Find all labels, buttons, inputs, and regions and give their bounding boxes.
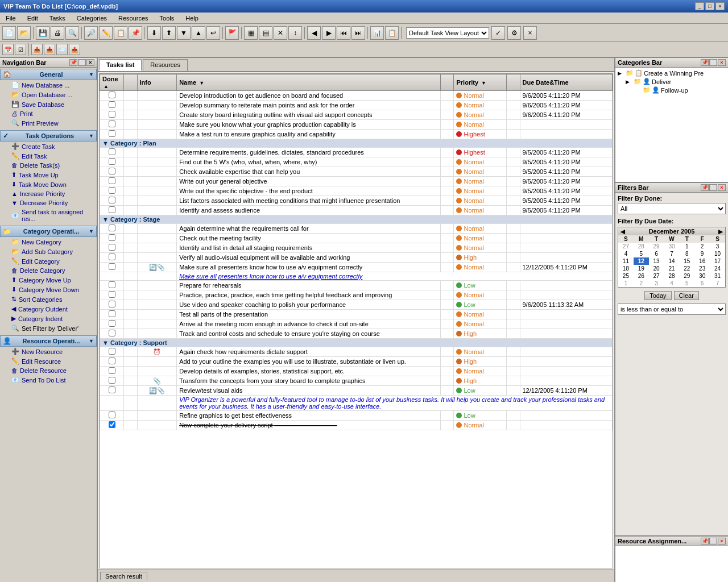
done-checkbox[interactable] [109, 120, 115, 127]
cal-day-cell[interactable]: 12 [634, 257, 649, 265]
done-checkbox[interactable] [109, 177, 115, 184]
nav-task-move-down[interactable]: ⬇Task Move Down [0, 180, 97, 189]
done-checkbox[interactable] [109, 310, 115, 317]
col-name[interactable]: Name ▼ [177, 74, 441, 91]
cat-bar-float[interactable]: ⬜ [709, 59, 717, 66]
cal-day-cell[interactable]: 3 [710, 243, 725, 250]
move-down-btn[interactable]: ⬇ [147, 26, 161, 40]
done-cell[interactable] [100, 186, 124, 196]
nav1-btn[interactable]: ◀ [307, 26, 321, 40]
cal-day-cell[interactable]: 22 [679, 265, 694, 272]
cat-collapse-icon[interactable]: ▼ [102, 339, 109, 346]
filter-bar-close[interactable]: × [718, 184, 726, 191]
move-down2-btn[interactable]: ▼ [177, 26, 191, 40]
done-cell[interactable] [100, 253, 124, 263]
done-checkbox[interactable] [109, 253, 115, 260]
done-checkbox[interactable] [109, 291, 115, 298]
done-cell[interactable] [100, 367, 124, 376]
done-cell[interactable] [100, 120, 124, 130]
done-cell[interactable] [100, 157, 124, 167]
cal-day-cell[interactable]: 5 [634, 250, 649, 257]
tree-root[interactable]: ▶ 📁 📋 Create a Winning Pre [617, 69, 727, 77]
search-result-tab[interactable]: Search result [100, 572, 147, 580]
done-cell[interactable] [100, 101, 124, 110]
nav-new-database[interactable]: 📄New Database ... [0, 80, 97, 90]
cal-day-cell[interactable]: 7 [664, 250, 680, 257]
cal-day-cell[interactable]: 21 [664, 265, 680, 272]
done-cell[interactable] [100, 224, 124, 234]
nav-cat-move-down[interactable]: ⬇Category Move Down [0, 285, 97, 294]
menu-edit[interactable]: Edit [24, 14, 42, 22]
done-cell[interactable] [100, 148, 124, 157]
link-text[interactable]: Make sure all presenters know how to use… [177, 272, 613, 281]
res-panel-float[interactable]: ⬜ [709, 538, 717, 544]
tree-deliver[interactable]: ▶ 📁 👤 Deliver [617, 77, 727, 86]
grid1-btn[interactable]: ▦ [244, 26, 258, 40]
view2-btn[interactable]: 📋 [385, 26, 399, 40]
nav-increase-priority[interactable]: ▲Increase Priority [0, 189, 97, 198]
nav-decrease-priority[interactable]: ▼Decrease Priority [0, 198, 97, 207]
done-checkbox[interactable] [109, 330, 115, 336]
cal-day-cell[interactable]: 6 [649, 250, 664, 257]
maximize-button[interactable]: □ [705, 2, 714, 10]
done-checkbox[interactable] [109, 411, 115, 418]
nav-open-database[interactable]: 📂Open Database ... [0, 90, 97, 99]
cal-day-cell[interactable]: 4 [618, 250, 634, 257]
done-checkbox[interactable] [109, 281, 115, 288]
cal-day-cell[interactable]: 27 [649, 272, 664, 280]
cat-collapse-icon[interactable]: ▼ [102, 216, 109, 223]
done-checkbox[interactable] [109, 244, 115, 251]
filter-bar-pin[interactable]: 📌 [701, 184, 709, 191]
done-checkbox[interactable] [109, 111, 115, 118]
nav-send-todo[interactable]: 📧Send To Do List [0, 375, 97, 385]
minimize-button[interactable]: _ [695, 2, 704, 10]
nav-delete-resource[interactable]: 🗑Delete Resource [0, 366, 97, 375]
nav-print[interactable]: 🖨Print [0, 109, 97, 118]
done-cell[interactable] [100, 310, 124, 319]
nav-set-filter[interactable]: 🔍Set Filter by 'Deliver' [0, 323, 97, 333]
view1-btn[interactable]: 📊 [370, 26, 384, 40]
open-btn[interactable]: 📂 [17, 26, 31, 40]
cal-day-cell[interactable]: 27 [618, 243, 634, 250]
menu-help[interactable]: Help [182, 14, 202, 22]
menu-resources[interactable]: Resources [115, 14, 152, 22]
cal-day-cell[interactable]: 2 [634, 280, 649, 287]
cal-day-cell[interactable]: 10 [710, 250, 725, 257]
nav-delete-category[interactable]: 🗑Delete Category [0, 266, 97, 275]
clear-button[interactable]: Clear [674, 291, 699, 300]
res-ops-header[interactable]: 👤 Resource Operati... ▼ [0, 335, 97, 347]
nav3-btn[interactable]: ⏮ [337, 26, 350, 40]
done-checkbox[interactable] [109, 187, 115, 194]
filter-condition-select[interactable]: is less than or equal to is equal to is … [618, 304, 726, 315]
col-info[interactable]: Info [137, 74, 177, 91]
cal-day-cell[interactable]: 24 [710, 265, 725, 272]
cal-day-cell[interactable]: 28 [664, 272, 680, 280]
nav-cat-indent[interactable]: ▶Category Indent [0, 314, 97, 323]
cal-day-cell[interactable]: 30 [664, 243, 680, 250]
cat-ops-header[interactable]: 📁 Category Operati... ▼ [0, 226, 97, 237]
cal-day-cell[interactable]: 30 [694, 272, 710, 280]
move-up2-btn[interactable]: ▲ [192, 26, 205, 40]
done-checkbox[interactable] [109, 92, 115, 98]
t2-btn6[interactable]: 📤 [69, 44, 80, 55]
cal-day-cell[interactable]: 9 [694, 250, 710, 257]
cat-collapse-icon[interactable]: ▼ [102, 140, 109, 147]
done-checkbox[interactable] [109, 197, 115, 203]
nav2-btn[interactable]: ▶ [322, 26, 336, 40]
done-checkbox[interactable] [109, 130, 115, 137]
cal-day-cell[interactable]: 31 [710, 272, 725, 280]
layout-config-btn[interactable]: ⚙ [507, 26, 521, 40]
resource-panel-controls[interactable]: 📌 ⬜ × [701, 538, 726, 544]
cal-day-cell[interactable]: 25 [618, 272, 634, 280]
cal-day-cell[interactable]: 3 [649, 280, 664, 287]
layout-apply-btn[interactable]: ✓ [491, 26, 505, 40]
grid2-btn[interactable]: ▤ [259, 26, 272, 40]
done-checkbox[interactable] [109, 101, 115, 108]
done-cell[interactable] [100, 386, 124, 396]
cal-day-cell[interactable]: 19 [634, 265, 649, 272]
nav4-btn[interactable]: ⏭ [351, 26, 365, 40]
done-cell[interactable] [100, 177, 124, 186]
done-cell[interactable] [100, 196, 124, 206]
cal-day-cell[interactable]: 5 [679, 280, 694, 287]
close-button[interactable]: × [715, 2, 725, 10]
